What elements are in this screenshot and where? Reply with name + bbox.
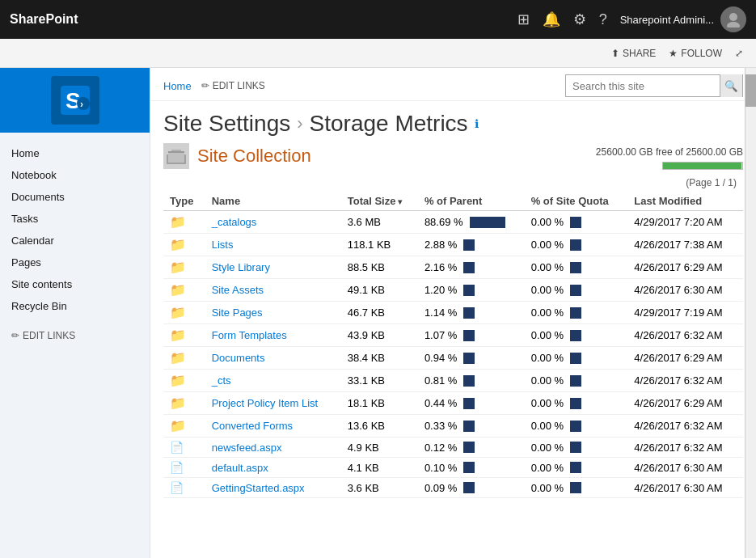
folder-icon: 📁 (170, 260, 186, 274)
name-link[interactable]: Style Library (212, 261, 270, 273)
sidebar-item-home[interactable]: Home (0, 142, 150, 164)
cell-size: 33.1 KB (341, 370, 418, 392)
site-collection-title: Site Collection (197, 146, 311, 167)
sidebar-item-documents[interactable]: Documents (0, 186, 150, 208)
sidebar-item-notebook[interactable]: Notebook (0, 164, 150, 186)
cell-last-modified: 4/26/2017 6:32 AM (627, 324, 743, 347)
grid-icon[interactable]: ⊞ (517, 11, 530, 28)
bell-icon[interactable]: 🔔 (543, 11, 560, 28)
cell-type: 📄 (163, 438, 205, 458)
second-bar: ⬆ SHARE ★ FOLLOW ⤢ (0, 39, 756, 68)
follow-button[interactable]: ★ FOLLOW (669, 48, 722, 59)
cell-size: 46.7 KB (341, 302, 418, 324)
page-title-part1: Site Settings (163, 111, 290, 137)
name-link[interactable]: Form Templates (212, 329, 287, 341)
sidebar-edit-links[interactable]: ✏ EDIT LINKS (0, 323, 150, 348)
cell-last-modified: 4/26/2017 7:38 AM (627, 234, 743, 256)
name-link[interactable]: Project Policy Item List (212, 397, 319, 409)
cell-type: 📁 (163, 324, 205, 347)
parent-bar (463, 262, 475, 273)
col-pct-parent: % of Parent (418, 192, 525, 211)
edit-links-label: EDIT LINKS (213, 80, 265, 91)
cell-type: 📁 (163, 347, 205, 370)
cell-last-modified: 4/26/2017 6:29 AM (627, 256, 743, 279)
quota-bar (570, 398, 581, 409)
parent-bar (463, 285, 475, 296)
name-link[interactable]: Documents (212, 352, 265, 364)
table-row: 📁Form Templates43.9 KB1.07 %0.00 %4/26/2… (163, 324, 743, 347)
parent-bar (463, 307, 475, 319)
sidebar-item-recycle-bin[interactable]: Recycle Bin (0, 295, 150, 317)
name-link[interactable]: _cts (212, 374, 231, 387)
name-link[interactable]: Lists (212, 239, 234, 251)
info-icon[interactable]: ℹ (475, 117, 479, 130)
share-button[interactable]: ⬆ SHARE (611, 48, 656, 59)
cell-pct-parent: 0.10 % (418, 458, 525, 478)
table-row: 📄newsfeed.aspx4.9 KB0.12 %0.00 %4/26/201… (163, 438, 743, 458)
cell-last-modified: 4/26/2017 6:29 AM (627, 347, 743, 370)
cell-pct-parent: 88.69 % (418, 211, 525, 234)
cell-pct-quota: 0.00 % (525, 415, 628, 438)
name-link[interactable]: Converted Forms (212, 420, 293, 432)
cell-name: Lists (205, 234, 341, 256)
name-link[interactable]: Site Assets (212, 284, 264, 296)
parent-bar (463, 239, 475, 251)
search-input[interactable] (566, 78, 720, 94)
edit-links-button[interactable]: ✏ EDIT LINKS (201, 80, 265, 91)
cell-pct-parent: 0.12 % (418, 438, 525, 458)
gear-icon[interactable]: ⚙ (573, 11, 586, 28)
cell-pct-parent: 2.88 % (418, 234, 525, 256)
cell-size: 38.4 KB (341, 347, 418, 370)
home-link[interactable]: Home (163, 80, 192, 92)
avatar[interactable] (720, 6, 746, 32)
cell-pct-parent: 0.33 % (418, 415, 525, 438)
name-link[interactable]: Site Pages (212, 306, 263, 319)
folder-icon: 📁 (170, 396, 186, 410)
cell-pct-parent: 1.07 % (418, 324, 525, 347)
table-row: 📁Style Library88.5 KB2.16 %0.00 %4/26/20… (163, 256, 743, 279)
col-total-size[interactable]: Total Size (341, 192, 418, 211)
name-link[interactable]: default.aspx (212, 462, 268, 474)
name-link[interactable]: newsfeed.aspx (212, 442, 282, 454)
table-row: 📁Site Pages46.7 KB1.14 %0.00 %4/29/2017 … (163, 302, 743, 324)
cell-type: 📁 (163, 370, 205, 392)
cell-pct-parent: 0.94 % (418, 347, 525, 370)
col-last-modified: Last Modified (627, 192, 743, 211)
cell-last-modified: 4/29/2017 7:19 AM (627, 302, 743, 324)
cell-name: Site Pages (205, 302, 341, 324)
name-link[interactable]: GettingStarted.aspx (212, 482, 305, 494)
svg-rect-9 (168, 151, 184, 153)
metrics-table: Type Name Total Size % of Parent % of Si… (163, 192, 743, 498)
scrollbar-thumb[interactable] (745, 74, 756, 107)
cell-name: Site Assets (205, 279, 341, 302)
site-collection-section: Site Collection 25600.00 GB free of 2560… (150, 143, 756, 498)
page-title-arrow: › (297, 113, 302, 134)
sidebar-item-pages[interactable]: Pages (0, 252, 150, 273)
cell-type: 📁 (163, 392, 205, 415)
expand-button[interactable]: ⤢ (735, 48, 743, 59)
content-area: Home ✏ EDIT LINKS 🔍 Site Settings › Stor… (150, 68, 756, 558)
sidebar-nav: Home Notebook Documents Tasks Calendar P… (0, 136, 150, 323)
expand-icon: ⤢ (735, 48, 743, 59)
parent-bar (463, 398, 475, 409)
help-icon[interactable]: ? (599, 11, 607, 28)
main-layout: S › Home Notebook Documents Tasks Calend… (0, 68, 756, 558)
cell-last-modified: 4/26/2017 6:30 AM (627, 279, 743, 302)
pencil-icon: ✏ (11, 330, 19, 341)
cell-size: 49.1 KB (341, 279, 418, 302)
search-button[interactable]: 🔍 (720, 74, 742, 97)
top-content-bar: Home ✏ EDIT LINKS 🔍 (150, 68, 756, 101)
parent-bar (463, 442, 475, 453)
user-menu[interactable]: Sharepoint Admini... (620, 6, 746, 32)
table-row: 📁Site Assets49.1 KB1.20 %0.00 %4/26/2017… (163, 279, 743, 302)
cell-pct-parent: 1.20 % (418, 279, 525, 302)
table-row: 📄default.aspx4.1 KB0.10 %0.00 %4/26/2017… (163, 458, 743, 478)
cell-last-modified: 4/26/2017 6:30 AM (627, 458, 743, 478)
name-link[interactable]: _catalogs (212, 216, 257, 228)
sidebar-item-calendar[interactable]: Calendar (0, 230, 150, 252)
sidebar-item-tasks[interactable]: Tasks (0, 208, 150, 230)
quota-bar (570, 462, 581, 473)
svg-text:›: › (80, 99, 83, 110)
scrollbar[interactable] (745, 68, 756, 558)
sidebar-item-site-contents[interactable]: Site contents (0, 273, 150, 295)
